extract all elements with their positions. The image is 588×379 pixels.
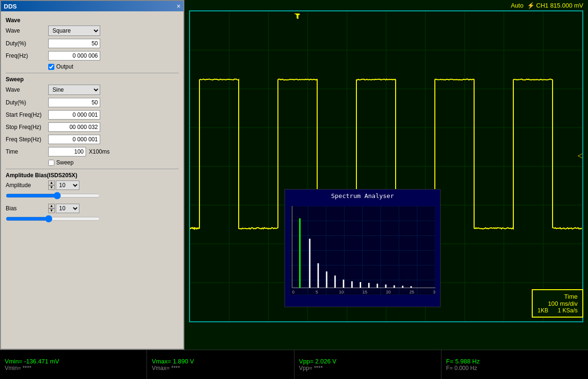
side-marker: ◁: [578, 151, 583, 160]
spectrum-inner: [290, 206, 435, 295]
freq-step-input[interactable]: 0 000 001: [48, 135, 100, 144]
freq-row: Freq(Hz) 0 000 006: [6, 51, 179, 60]
bias-slider[interactable]: [6, 215, 100, 223]
stop-freq-row: Stop Freq(Hz) 00 000 032: [6, 122, 179, 132]
amplitude-slider[interactable]: [6, 192, 100, 199]
bias-select[interactable]: 10 5 1: [56, 204, 79, 213]
bias-row: Bias ▲ ▼ 10 5 1: [6, 204, 179, 213]
duty-input[interactable]: 50: [48, 39, 100, 48]
duty-row: Duty(%) 50: [6, 39, 179, 48]
freq-step-row: Freq Step(Hz) 0 000 001: [6, 135, 179, 144]
spectrum-analyzer-box: Spectrum Analyser: [285, 189, 441, 307]
sweep-checkbox-label: Sweep: [56, 159, 74, 166]
amplitude-slider-container: [6, 192, 100, 201]
status-cell-3: F= 5.988 Hz F= 0.000 Hz: [441, 350, 588, 379]
spectrum-canvas: [290, 206, 435, 295]
status-freq2: F= 0.000 Hz: [446, 365, 583, 371]
time-info-value: 100 ms/div: [537, 300, 578, 307]
output-row: Output: [48, 63, 179, 70]
dds-close-button[interactable]: ×: [177, 2, 181, 10]
status-vpp1: Vpp= 2.026 V: [299, 358, 436, 365]
sweep-duty-input[interactable]: 50: [48, 98, 100, 107]
time-info-rate: 1 KSa/s: [558, 307, 578, 314]
time-info-box: Time 100 ms/div 1KB 1 KSa/s: [532, 289, 583, 318]
start-freq-label: Start Freq(Hz): [6, 112, 48, 118]
start-freq-row: Start Freq(Hz) 0 000 001: [6, 110, 179, 120]
sweep-duty-label: Duty(%): [6, 99, 48, 106]
status-cell-1: Vmax= 1.890 V Vmax= ****: [147, 350, 294, 379]
amplitude-row: Amplitude ▲ ▼ 10 5 1: [6, 181, 179, 190]
ch1-text: CH1 815.000 mV: [536, 2, 583, 9]
dds-title: DDS: [4, 3, 17, 10]
sweep-wave-label: Wave: [6, 86, 48, 93]
status-vmin1: Vmin= -136.471 mV: [5, 358, 142, 365]
wave-label: Wave: [6, 27, 48, 34]
bias-slider-container: [6, 215, 100, 224]
status-vmin2: Vmin= ****: [5, 365, 142, 371]
stop-freq-label: Stop Freq(Hz): [6, 124, 48, 130]
bias-down-button[interactable]: ▼: [48, 208, 55, 213]
amplitude-label: Amplitude: [6, 182, 48, 189]
output-label: Output: [56, 63, 73, 70]
trigger-marker-top: ⊤: [294, 12, 300, 20]
scope-top-bar: Auto ⚡ CH1 815.000 mV: [184, 0, 588, 10]
status-cell-0: Vmin= -136.471 mV Vmin= ****: [0, 350, 147, 379]
wave-select[interactable]: Square Sine Triangle Sawtooth: [48, 26, 100, 36]
time-info-label: Time: [537, 293, 578, 300]
sweep-duty-row: Duty(%) 50: [6, 98, 179, 107]
sweep-wave-row: Wave Sine Square Triangle Sawtooth: [6, 85, 179, 95]
wave-section-title: Wave: [6, 17, 179, 24]
status-bar: Vmin= -136.471 mV Vmin= **** Vmax= 1.890…: [0, 350, 588, 379]
status-freq1: F= 5.988 Hz: [446, 358, 583, 365]
time-info-mem: 1KB: [537, 307, 548, 314]
amp-bias-section-title: Amplitude Bias(ISDS205X): [6, 172, 179, 179]
freq-input[interactable]: 0 000 006: [48, 51, 100, 60]
spectrum-title: Spectrum Analyser: [285, 192, 440, 199]
dds-panel: DDS × Wave Wave Square Sine Triangle Saw…: [0, 0, 184, 350]
amplitude-down-button[interactable]: ▼: [48, 185, 55, 190]
stop-freq-input[interactable]: 00 000 032: [48, 122, 100, 132]
amplitude-up-button[interactable]: ▲: [48, 181, 55, 185]
status-cell-2: Vpp= 2.026 V Vpp= ****: [294, 350, 441, 379]
sweep-section-title: Sweep: [6, 76, 179, 83]
start-freq-input[interactable]: 0 000 001: [48, 110, 100, 120]
bias-up-button[interactable]: ▲: [48, 204, 55, 208]
status-vmax1: Vmax= 1.890 V: [152, 358, 289, 365]
time-unit: X100ms: [89, 148, 110, 155]
status-vmax2: Vmax= ****: [152, 365, 289, 371]
sweep-checkbox-row: Sweep: [48, 159, 179, 166]
auto-text: Auto ⚡: [511, 2, 536, 9]
sweep-wave-select[interactable]: Sine Square Triangle Sawtooth: [48, 85, 100, 95]
dds-titlebar: DDS ×: [1, 1, 183, 11]
amplitude-spin: ▲ ▼ 10 5 1: [48, 181, 79, 190]
amplitude-select[interactable]: 10 5 1: [56, 181, 79, 190]
duty-label: Duty(%): [6, 40, 48, 47]
time-row: Time 100 X100ms: [6, 147, 179, 156]
time-label: Time: [6, 148, 48, 155]
output-checkbox[interactable]: [48, 64, 54, 70]
scope-display: Auto ⚡ CH1 815.000 mV ⊤ ◁ Spectrum Analy…: [184, 0, 588, 379]
sweep-checkbox[interactable]: [48, 160, 54, 166]
bias-label: Bias: [6, 205, 48, 212]
scope-main-area: ⊤ ◁ Spectrum Analyser: [189, 10, 583, 322]
freq-step-label: Freq Step(Hz): [6, 136, 48, 143]
time-input[interactable]: 100: [48, 147, 86, 156]
freq-label: Freq(Hz): [6, 52, 48, 59]
wave-row: Wave Square Sine Triangle Sawtooth: [6, 26, 179, 36]
bias-spin: ▲ ▼ 10 5 1: [48, 204, 79, 213]
status-vpp2: Vpp= ****: [299, 365, 436, 371]
